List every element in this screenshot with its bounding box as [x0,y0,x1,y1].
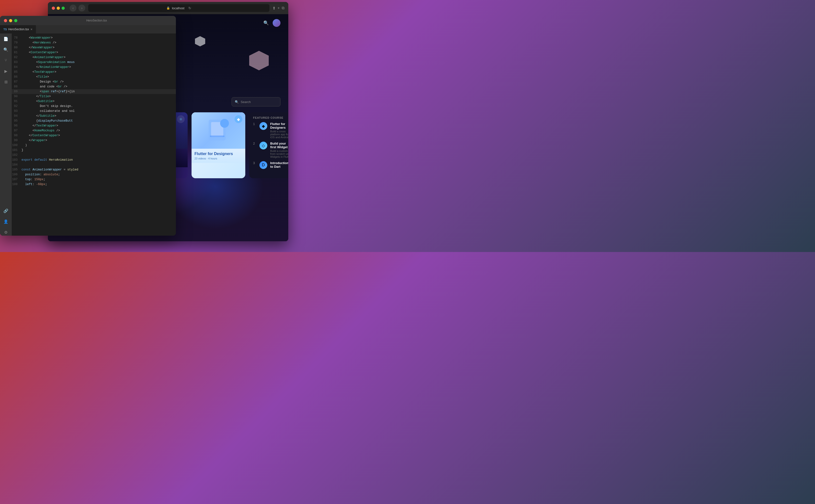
vscode-titlebar: HeroSection.tsx [0,16,176,25]
tab-close-icon[interactable]: × [31,27,32,31]
flutter-card-info: Flutter for Designers 23 videos · 4 hour… [191,149,245,163]
tab-filename: HeroSection.tsx [8,28,29,31]
code-line: 93 collaborate and sol [12,109,176,114]
code-line: 100 ) [12,143,176,148]
code-line: 101 } [12,148,176,153]
editor-body: 📄 🔍 ⑂ ▶ ⊞ 🔗 👤 ⚙ 78 <WaveWrapper> 79 <Her… [0,33,176,236]
flutter-card-title: Flutter for Designers [194,152,242,156]
user-avatar[interactable] [273,19,280,27]
featured-item-3[interactable]: 3 D Introduction to Dart 9:5× [253,161,288,169]
code-line: 107 top: 150px; [12,177,176,182]
fl-info-2: Build your first Widget 11:× Build a cus… [270,142,288,158]
back-button[interactable]: ‹ [70,5,76,11]
code-line: 96 </TextWrapper> [12,123,176,128]
flutter-card-image: ◆ [191,112,245,149]
fl-number-3: 3 [253,161,256,165]
browser-traffic-lights [52,7,65,10]
new-tab-icon[interactable]: + [277,6,280,11]
fl-icon-1: ◆ [259,122,267,130]
nav-search-icon[interactable]: 🔍 [263,20,269,26]
fl-icon-3: D [259,161,267,169]
code-line: 87 Design <br /> [12,79,176,84]
extensions-icon[interactable]: ⊞ [2,78,9,85]
source-control-icon[interactable]: ⑂ [2,57,9,64]
code-line: 84 </AnimationWrapper> [12,65,176,70]
code-line: 81 <ContentWrapper> [12,50,176,55]
code-line: 91 <Subtitle> [12,99,176,104]
code-line: 90 </Title> [12,94,176,99]
fl-number-2: 2 [253,142,256,145]
flutter-card-meta: 23 videos · 4 hours [194,157,242,160]
address-bar[interactable]: 🔒 localhost ↻ [88,4,269,12]
flutter-illustration [204,117,233,144]
share-icon[interactable]: ⬆ [272,6,275,11]
tabs-overview-icon[interactable]: ⧉ [282,6,284,11]
url-text: localhost [172,6,184,10]
code-line: 80 </WaveWrapper> [12,45,176,50]
close-button[interactable] [4,19,7,22]
code-line: 88 and code <br /> [12,84,176,89]
active-tab[interactable]: TS HeroSection.tsx × [0,25,36,33]
flutter-tech-icon: ◆ [234,115,242,123]
lock-icon: 🔒 [166,6,170,10]
editor-filename: HeroSection.tsx [21,19,172,22]
fl-info-3: Introduction to Dart 9:5× [270,161,288,168]
fl-title-3: Introduction to Dart [270,161,288,168]
code-line: 103 export default HeroAnimation [12,157,176,162]
code-line: 95 {displayPurchaseButt [12,118,176,123]
activity-bar: 📄 🔍 ⑂ ▶ ⊞ 🔗 👤 ⚙ [0,33,12,236]
fl-icon-2: ◇ [259,142,267,149]
search-icon[interactable]: 🔍 [2,46,9,53]
code-line: 86 <Title> [12,74,176,79]
featured-item-2[interactable]: 2 ◇ Build your first Widget 11:× Build a… [253,142,288,158]
debug-icon[interactable]: ▶ [2,68,9,74]
code-line: 102 [12,153,176,157]
ts-icon: TS [3,28,7,31]
video-tech-icon: ⚛ [177,115,185,123]
fl-title-2: Build your first Widget [270,142,288,149]
vscode-editor-window: HeroSection.tsx TS HeroSection.tsx × 📄 🔍… [0,16,176,236]
fl-title-1: Flutter for Designers [270,122,288,129]
browser-action-buttons: ⬆ + ⧉ [272,6,284,11]
svg-point-9 [220,119,229,128]
code-line: 98 </ContentWrapper> [12,133,176,138]
code-line: 106 position: absolute; [12,172,176,177]
code-line: 94 </Subtitle> [12,114,176,118]
code-line: 97 <HomeMockups /> [12,128,176,133]
code-line: 105 const AnimationWrapper = styled [12,167,176,172]
browser-maximize-button[interactable] [62,7,65,10]
featured-course-list: FEATURED COURSE 1 ◆ Flutter for Designer… [249,112,288,178]
browser-titlebar: ‹ › 🔒 localhost ↻ ⬆ + ⧉ [48,2,288,14]
tab-area: TS HeroSection.tsx × [0,25,176,33]
fl-desc-1: Build a cross platform app for iOS and A… [270,130,288,139]
explorer-icon[interactable]: 📄 [2,35,9,42]
maximize-button[interactable] [14,19,17,22]
code-editor[interactable]: 78 <WaveWrapper> 79 <HeroWaves /> 80 </W… [12,33,176,236]
code-line: 89 <span ref={ref}>{in [12,89,176,94]
reload-icon[interactable]: ↻ [188,6,191,10]
account-icon[interactable]: 👤 [2,218,9,225]
forward-button[interactable]: › [78,5,85,11]
fl-number-1: 1 [253,122,256,126]
remote-icon[interactable]: 🔗 [2,207,9,214]
flutter-video-card[interactable]: ◆ Flutter for Designers 23 videos · 4 ho… [191,112,245,178]
code-line: 92 Don't skip design. [12,104,176,109]
settings-icon[interactable]: ⚙ [2,229,9,236]
code-line: 82 <AnimationWrapper> [12,55,176,60]
featured-item-1[interactable]: 1 ◆ Flutter for Designers 12:× Build a c… [253,122,288,139]
fl-desc-2: Build a custom UI from scratch using Wid… [270,149,288,158]
featured-section-title: FEATURED COURSE [253,116,288,119]
code-line: 85 <TextWrapper> [12,70,176,74]
svg-rect-10 [210,136,224,137]
fl-info-1: Flutter for Designers 12:× Build a cross… [270,122,288,139]
nav-actions: 🔍 [263,19,280,27]
code-line: 79 <HeroWaves /> [12,40,176,45]
browser-nav-buttons: ‹ › [70,5,85,11]
code-line: 99 </Wrapper> [12,138,176,143]
code-line: 78 <WaveWrapper> [12,35,176,40]
browser-close-button[interactable] [52,7,55,10]
browser-minimize-button[interactable] [57,7,60,10]
code-line: 104 [12,162,176,167]
code-line: 83 <SquareAnimation mous [12,60,176,65]
minimize-button[interactable] [9,19,12,22]
